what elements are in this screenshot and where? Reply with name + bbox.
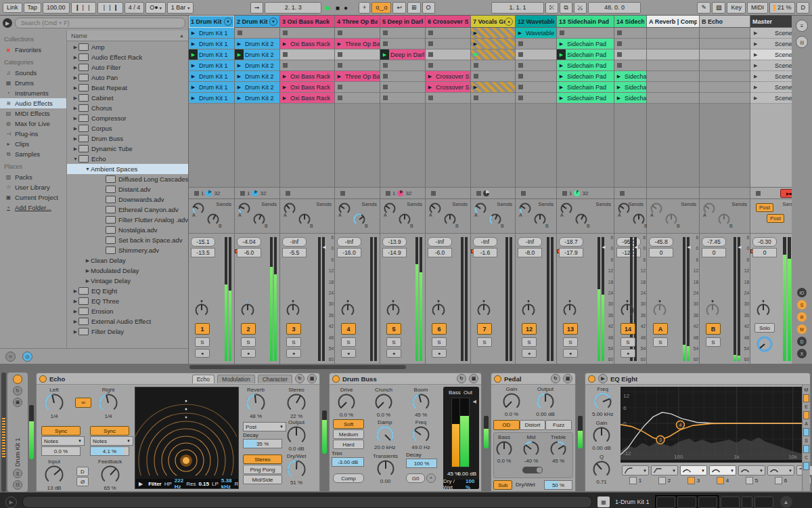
volume-value[interactable]: -6.0 [237,248,261,257]
clip-slot[interactable]: ▶Sidechain Pad [557,49,614,60]
clip-stop-slot[interactable] [380,39,425,49]
echo-filter-bar[interactable]: ▶FilterHP222 HzRes0.15LP5.38 kHzRes0.11 [135,479,238,488]
empty-slot[interactable] [700,28,750,39]
clip-slot[interactable]: ▶Wavetable P [516,28,556,39]
band-6-filter-type-menu[interactable]: ▼ [767,465,794,475]
send-b-knob[interactable] [489,213,502,228]
eq-curve-display[interactable]: 341001k10k1260-12 [621,387,802,463]
stop-all-track-clips-icon[interactable] [521,191,526,196]
drum-pad-icon[interactable]: ▦ [597,496,610,507]
echo-tunnel-display[interactable]: ▶FilterHP222 HzRes0.15LP5.38 kHzRes0.11 [135,387,239,489]
sidebar-item-favorites[interactable]: ■Favorites [4,45,66,55]
clip-launch-button[interactable]: ▶ [280,39,289,49]
clip-device-toggle-button[interactable]: ▲ [780,496,792,508]
clip-stop-slot[interactable] [235,28,279,39]
disclosure-triangle-icon[interactable]: ▶ [72,65,78,70]
disclosure-triangle-icon[interactable]: ▶ [72,136,78,142]
disclosure-triangle-icon[interactable]: ▶ [72,289,78,294]
track-header[interactable]: 7 Vocals Gr● [471,16,515,28]
scene-launch-button[interactable]: ▶ [754,30,757,36]
echo-channel-mode-stereo[interactable]: Stereo [243,454,282,464]
send-b-knob[interactable] [252,213,266,228]
browser-item-corpus[interactable]: ▶Corpus [67,123,188,133]
device-chip[interactable] [656,496,675,508]
scene-launch-button[interactable]: ▶ [754,74,757,79]
send-b-knob[interactable] [533,213,547,228]
selected-device-group[interactable] [655,495,719,508]
pan-knob[interactable]: ▼ [194,303,209,319]
scene-4[interactable]: ▶Scene 4 [750,60,792,71]
eq-freq-knob[interactable]: Freq5.00 kHz [592,386,614,417]
clip-stop-icon[interactable] [428,52,433,57]
band-5-activator[interactable] [746,477,753,484]
sidebar-item-packs[interactable]: ▥Packs [4,172,66,182]
tap-tempo-button[interactable]: Tap [24,3,42,13]
clip-stop-icon[interactable] [383,63,388,68]
clip-stop-row[interactable] [516,187,556,199]
clip-launch-button[interactable]: ▶ [235,60,244,70]
pan-knob[interactable]: ▼ [756,303,771,319]
clip-slot[interactable]: ▶Oxi Bass Rack [280,71,334,82]
drumbuss-damp-knob[interactable]: Damp20.0 kHz [374,419,396,450]
clip-stop-icon[interactable] [338,96,342,100]
clip-stop-slot[interactable] [614,39,646,49]
pan-knob[interactable]: ▼ [476,303,491,319]
browser-item-diffused-long-cascades-adv[interactable]: Diffused Long Cascades.adv [67,174,188,184]
keyboard-icon[interactable]: ☷ [13,480,22,490]
pan-knob[interactable]: ▼ [705,303,720,319]
clip-stop-slot[interactable] [557,28,614,39]
browser-item-auto-filter[interactable]: ▶Auto Filter [67,62,188,72]
clip-stop-icon[interactable] [383,30,388,35]
empty-slot[interactable] [700,60,750,71]
show-hide-s-toggle[interactable]: S [797,300,807,310]
level-meter[interactable] [683,237,690,361]
echo-tab-modulation[interactable]: Modulation [217,375,255,383]
empty-slot[interactable] [700,39,750,49]
band-4-filter-type-menu[interactable]: ▼ [709,465,736,475]
clip-launch-button[interactable]: ▶ [335,39,344,49]
clip-slot[interactable]: ▶Deep in Darl [380,49,425,60]
clip-launch-button[interactable]: ▶ [614,93,623,103]
echo-channel-mode-midside[interactable]: Mid/Side [243,475,282,484]
arm-button[interactable]: ● [286,349,301,358]
clip-stop-icon[interactable] [338,63,342,68]
master-level-meter[interactable] [783,237,791,361]
browser-item-dynamic-tube[interactable]: ▶Dynamic Tube [67,144,188,154]
solo-cue-button[interactable]: Solo [754,323,775,333]
clip-launch-button[interactable]: ▶ [235,49,244,60]
group-icon[interactable]: ● [505,18,513,26]
save-preset-icon[interactable]: ▣ [469,374,478,383]
clip-slot[interactable]: ▶Drum Kit 2 [235,93,279,104]
clip-stop-row[interactable] [614,187,646,199]
disclosure-triangle-icon[interactable]: ▶ [85,258,91,263]
sidebar-item-audio-effects[interactable]: ≋Audio Effects [0,98,66,108]
clip-launch-button[interactable]: ▶ [235,93,244,103]
stereo-link-button[interactable]: ∞ [75,398,91,408]
browser-item-cabinet[interactable]: ▶Cabinet [67,93,188,103]
browser-item-ethereal-canyon-adv[interactable]: Ethereal Canyon.adv [67,205,188,215]
clip-stop-slot[interactable] [426,28,470,39]
browser-item-eq-eight[interactable]: ▶EQ Eight [67,286,188,296]
track-header[interactable]: 6 Crossover Sy [426,16,470,28]
save-preset-icon[interactable]: ▣ [563,374,572,383]
highlight-button[interactable]: O [422,2,435,14]
fader-grab-icon[interactable]: ◀ [687,245,691,250]
clip-launch-button[interactable]: ▶ [380,49,389,60]
track-activator-button[interactable]: 3 [286,323,301,335]
device-chip[interactable] [742,496,752,508]
clip-stop-icon[interactable] [283,52,288,57]
fader-grab-icon[interactable]: ◀ [635,245,638,250]
clip-launch-button[interactable]: ▶ [189,39,198,49]
empty-slot[interactable] [647,82,699,93]
pan-knob[interactable]: ▼ [521,303,536,319]
clip-stop-icon[interactable] [338,85,342,89]
nudge-up-button[interactable]: ❘❘❙ [97,2,123,14]
disclosure-triangle-icon[interactable]: ▶ [72,55,78,60]
browser-item-amp[interactable]: ▶Amp [67,42,188,52]
clip-stop-icon[interactable] [474,96,478,100]
solo-button[interactable]: S [241,337,256,347]
clip-launch-button[interactable]: ▶ [280,93,289,103]
clip-slot[interactable]: ▶Crossover S [426,82,470,93]
track-activator-button[interactable]: 12 [522,323,537,335]
stop-all-track-clips-icon[interactable] [340,191,345,196]
